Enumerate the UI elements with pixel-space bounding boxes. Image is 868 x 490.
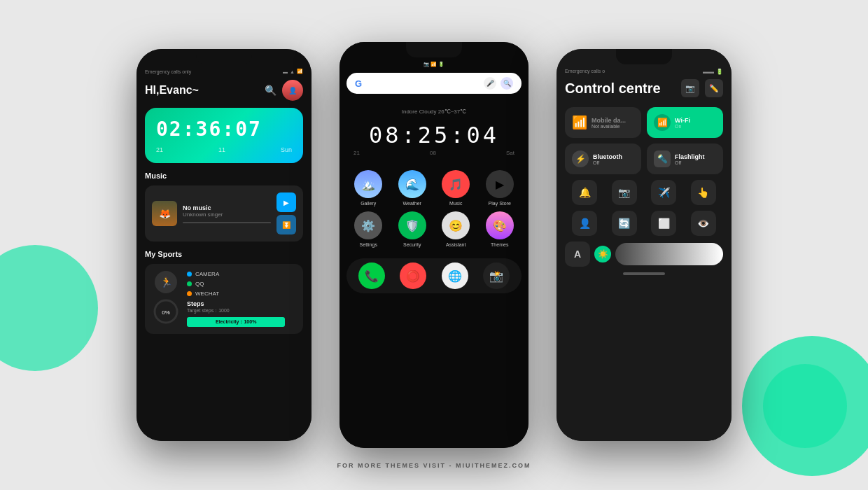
flashlight-tile[interactable]: 🔦 Flashlight Off [647,144,723,174]
dock-chrome[interactable]: 🌐 [442,262,468,289]
dock-camera[interactable]: 📸 [483,262,510,289]
wechat-label: WECHAT [195,290,219,297]
themes-label: Themes [491,242,508,247]
phone2-status-icons: 📷 📶 🔋 [424,62,445,67]
security-icon: 🛡️ [398,211,426,239]
clock-day: 21 [156,146,163,153]
camera-label: CAMERA [195,271,219,277]
eye-icon-btn[interactable]: 👁️ [691,211,716,236]
music-card[interactable]: 🦊 No music Unknown singer ▶ ⏬ [145,186,303,241]
assistant-icon: 😊 [442,211,470,239]
font-a-button[interactable]: A [565,241,590,267]
avatar[interactable]: 👤 [282,80,303,101]
google-search-bar[interactable]: G 🎤 🔍 [346,73,522,94]
lens-icon[interactable]: 🔍 [500,77,513,90]
control-centre-title-icons: 📷 ✏️ [681,79,723,97]
app-security[interactable]: 🛡️ Security [398,211,426,247]
skip-button[interactable]: ⏬ [276,215,296,234]
home-bar[interactable] [623,272,665,275]
camera-icon-btn[interactable]: 📷 [612,180,637,205]
signal-bars: ▬▬ [703,69,714,75]
flashlight-icon: 🔦 [654,150,671,167]
controls-top-grid: 📶 Mobile da... Not available 📶 Wi-Fi On [565,107,723,138]
weather-label: Weather [403,201,421,206]
icons-row-2: 👤 🔄 ⬜ 👁️ [565,211,723,236]
brightness-slider[interactable] [615,243,723,265]
dock-circle[interactable]: ⭕ [400,262,426,289]
flashlight-label: Flashlight [675,153,705,160]
phone2-notch [406,42,462,57]
music-info: No music Unknown singer [183,204,271,223]
svg-text:G: G [355,78,362,89]
progress-text: 0% [162,309,170,316]
app-weather[interactable]: 🌊 Weather [398,170,426,206]
sports-card: 🏃 0% CAMERA [145,264,303,334]
app-settings[interactable]: ⚙️ Settings [354,211,382,247]
phone1-header-icons: 🔍 👤 [265,80,303,101]
phone-1: Emergency calls only ▬ ▲ 📶 HI,Evanc~ 🔍 👤… [136,49,312,441]
signal-icon: ▲ [290,69,295,74]
app-music[interactable]: 🎵 Music [442,170,470,206]
phone1-screen: Emergency calls only ▬ ▲ 📶 HI,Evanc~ 🔍 👤… [136,49,312,441]
phone3-status-text: Emergency calls o [565,69,605,75]
wifi-label: Wi-Fi [675,117,690,124]
phone3-status-icons: ▬▬ 🔋 [703,69,723,75]
swap-icon-btn[interactable]: 🔄 [612,211,637,236]
settings-label: Settings [360,242,377,247]
camera-button[interactable]: 📷 [681,79,699,97]
fingerprint-icon-btn[interactable]: 👆 [691,180,716,205]
app-themes[interactable]: 🎨 Themes [486,211,514,247]
sun-bright-icon[interactable]: ☀️ [594,246,611,262]
weather-info: Indore Cloudy 26℃~37℃ [346,104,522,116]
search-icon[interactable]: 🔍 [265,85,276,96]
app-assistant[interactable]: 😊 Assistant [442,211,470,247]
watermark: FOR MORE THEMES VISIT - MIUITHEMEZ.COM [337,462,531,469]
control-centre-title-row: Control centre 📷 ✏️ [565,79,723,97]
phone1-status-text: Emergency calls only [145,69,191,74]
phone1-notch [196,49,252,64]
qq-dot [187,281,192,286]
phone2-clock-time: 08:25:04 [346,122,522,148]
wifi-tile[interactable]: 📶 Wi-Fi On [647,107,723,138]
electricity-text: Electricity：100% [216,318,256,326]
music-title: No music [183,204,271,211]
date-d2: 08 [430,150,436,156]
screen-icon-btn[interactable]: ⬜ [651,211,676,236]
mic-icon[interactable]: 🎤 [484,77,496,90]
security-label: Security [403,242,421,247]
bell-icon-btn[interactable]: 🔔 [572,180,597,205]
phone-3: Emergency calls o ▬▬ 🔋 Control centre 📷 … [556,49,732,441]
edit-button[interactable]: ✏️ [705,79,723,97]
clock-weekday: Sun [281,146,292,153]
weather-icon: 🌊 [398,170,426,198]
music-artist: Unknown singer [183,211,271,218]
user-icon-btn[interactable]: 👤 [572,211,597,236]
playstore-icon: ▶ [486,170,514,198]
bluetooth-tile[interactable]: ⚡ Bluetooth Off [565,144,641,174]
app-playstore[interactable]: ▶ Play Store [486,170,514,206]
apps-row-2: ⚙️ Settings 🛡️ Security 😊 Assistant 🎨 Th… [346,211,522,247]
flashlight-info: Flashlight Off [675,153,705,165]
sports-left: 🏃 0% [152,271,180,326]
google-logo: G [355,78,366,89]
airplane-icon-btn[interactable]: ✈️ [651,180,676,205]
phone3-screen: Emergency calls o ▬▬ 🔋 Control centre 📷 … [556,49,732,441]
wechat-dot [187,291,192,296]
app-gallery[interactable]: 🏔️ Gallery [354,170,382,206]
dock: 📞 ⭕ 🌐 📸 [346,258,522,293]
wifi-sub: On [675,124,690,129]
mobile-data-icon: 📶 [572,115,587,130]
mobile-data-tile[interactable]: 📶 Mobile da... Not available [565,107,641,138]
music-icon: 🎵 [442,170,470,198]
phone1-clock-time: 02:36:07 [156,118,292,141]
music-art: 🦊 [152,201,177,226]
clock-month: 11 [218,146,225,153]
control-centre-title: Control centre [565,80,661,97]
playstore-label: Play Store [489,201,511,206]
play-button[interactable]: ▶ [276,192,296,212]
dock-phone[interactable]: 📞 [358,262,385,289]
bluetooth-info: Bluetooth Off [593,153,622,165]
phone2-screen: 📷 📶 🔋 G 🎤 🔍 Indore Cloudy 26℃~37℃ 08:25:… [340,42,528,448]
phone1-clock-date: 21 11 Sun [156,146,292,153]
gallery-label: Gallery [360,201,376,206]
